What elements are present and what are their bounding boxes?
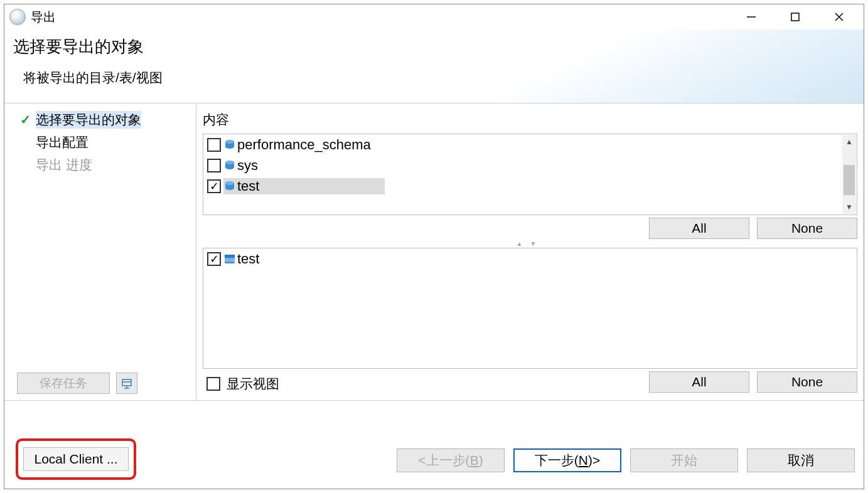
- step-export-config[interactable]: 导出配置: [17, 131, 190, 154]
- scrollbar[interactable]: ▲ ▼: [842, 135, 856, 214]
- checkbox[interactable]: [207, 252, 221, 266]
- maximize-button[interactable]: [785, 8, 806, 26]
- local-client-highlight: Local Client ...: [16, 438, 136, 480]
- steps-bottom: 保存任务: [17, 373, 190, 394]
- show-views-label: 显示视图: [227, 375, 279, 393]
- show-views-group: 显示视图: [203, 371, 279, 393]
- database-row[interactable]: performance_schema: [203, 134, 857, 155]
- content: ✓ 选择要导出的对象 导出配置 导出 进度 保存任务: [4, 103, 864, 401]
- app-icon: [9, 9, 26, 25]
- splitter[interactable]: ▲▼: [203, 241, 857, 248]
- table-row[interactable]: test: [203, 248, 857, 269]
- table-list[interactable]: test: [203, 248, 857, 369]
- page-subtitle: 将被导出的目录/表/视图: [23, 69, 855, 87]
- svg-point-11: [225, 161, 234, 164]
- database-row[interactable]: sys: [203, 155, 857, 176]
- database-name: performance_schema: [237, 137, 371, 153]
- svg-rect-15: [225, 255, 235, 257]
- back-button[interactable]: <上一步(B): [397, 448, 505, 472]
- database-icon: [223, 139, 236, 151]
- svg-rect-4: [122, 379, 131, 386]
- database-list-container: performance_schema sys: [203, 134, 857, 215]
- svg-rect-1: [791, 13, 799, 21]
- table-icon: [223, 253, 236, 265]
- local-client-button[interactable]: Local Client ...: [23, 447, 129, 471]
- content-label: 内容: [203, 107, 857, 134]
- db-select-none-button[interactable]: None: [757, 218, 857, 239]
- nav-buttons: <上一步(B) 下一步(N)> 开始 取消: [397, 448, 855, 472]
- table-name: test: [237, 251, 259, 267]
- checkbox[interactable]: [207, 138, 221, 152]
- step-label: 选择要导出的对象: [36, 111, 141, 129]
- scroll-thumb[interactable]: [844, 165, 855, 195]
- export-dialog: 导出 选择要导出的对象 将被导出的目录/表/视图 ✓ 选择要导出的对象: [4, 4, 864, 489]
- tbl-button-row: 显示视图 All None: [203, 369, 857, 395]
- window-title: 导出: [31, 9, 56, 26]
- checkbox[interactable]: [207, 179, 221, 193]
- step-export-progress: 导出 进度: [17, 154, 190, 176]
- tbl-select-none-button[interactable]: None: [757, 371, 857, 393]
- window-controls: [741, 8, 859, 26]
- minimize-button[interactable]: [741, 8, 762, 26]
- steps-pane: ✓ 选择要导出的对象 导出配置 导出 进度 保存任务: [4, 103, 196, 400]
- tbl-select-all-button[interactable]: All: [649, 371, 749, 393]
- header: 选择要导出的对象 将被导出的目录/表/视图: [4, 29, 864, 103]
- db-select-all-button[interactable]: All: [649, 218, 749, 239]
- svg-point-13: [225, 181, 234, 185]
- step-select-objects[interactable]: ✓ 选择要导出的对象: [17, 109, 190, 131]
- database-icon: [223, 180, 236, 193]
- start-button[interactable]: 开始: [630, 448, 738, 472]
- database-icon: [223, 159, 236, 172]
- scroll-down-icon[interactable]: ▼: [842, 200, 856, 214]
- db-button-row: All None: [203, 215, 857, 241]
- database-list[interactable]: performance_schema sys: [203, 134, 857, 215]
- close-button[interactable]: [828, 8, 850, 26]
- checkbox[interactable]: [207, 159, 221, 172]
- database-name: sys: [237, 157, 258, 174]
- show-views-checkbox[interactable]: [206, 377, 220, 391]
- footer: Local Client ... <上一步(B) 下一步(N)> 开始 取消: [4, 401, 864, 489]
- next-button[interactable]: 下一步(N)>: [513, 448, 621, 472]
- step-label: 导出 进度: [36, 156, 92, 174]
- save-task-button[interactable]: 保存任务: [17, 373, 110, 394]
- page-title: 选择要导出的对象: [13, 36, 855, 58]
- main-pane: 内容 performance_schema: [196, 103, 864, 400]
- database-row[interactable]: test: [203, 176, 857, 196]
- database-name: test: [237, 178, 259, 194]
- check-icon: ✓: [18, 112, 33, 127]
- titlebar: 导出: [4, 4, 864, 29]
- scroll-up-icon[interactable]: ▲: [842, 135, 856, 149]
- step-label: 导出配置: [36, 134, 88, 151]
- task-config-icon-button[interactable]: [116, 373, 137, 394]
- cancel-button[interactable]: 取消: [747, 448, 855, 472]
- svg-point-9: [225, 140, 234, 144]
- step-list: ✓ 选择要导出的对象 导出配置 导出 进度: [17, 109, 190, 176]
